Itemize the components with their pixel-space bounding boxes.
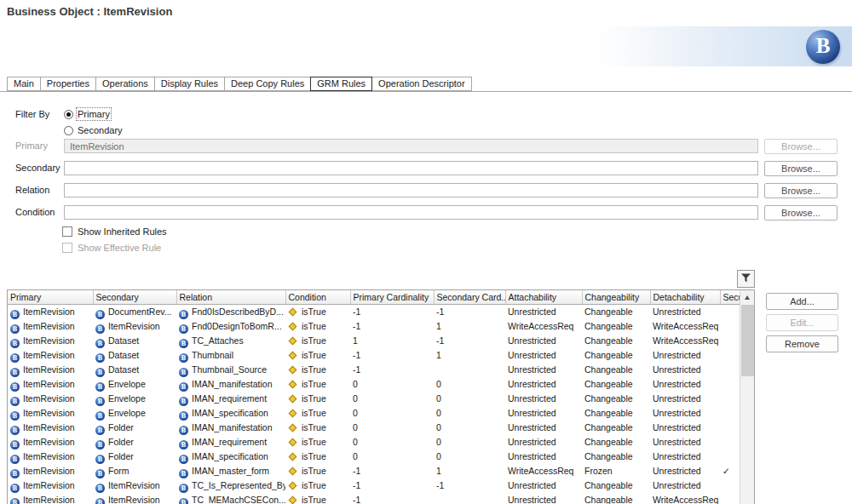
cell-detachability: Unrestricted bbox=[650, 450, 720, 464]
tab-main[interactable]: Main bbox=[7, 77, 41, 91]
cell-text: isTrue bbox=[302, 480, 326, 490]
cell-text: ItemRevision bbox=[108, 495, 160, 504]
cell-secondary-cardinality: 0 bbox=[434, 377, 505, 392]
table-row[interactable]: BItemRevisionBDatasetBThumbnail_Sourceis… bbox=[8, 363, 741, 377]
cell-relation: BFnd0IsDescribedByD... bbox=[176, 304, 285, 319]
column-header-condition[interactable]: Condition bbox=[285, 290, 350, 304]
scroll-up-arrow-icon[interactable] bbox=[740, 290, 754, 304]
table-row[interactable]: BItemRevisionBEnvelopeBIMAN_manifestatio… bbox=[8, 377, 741, 392]
column-header-secur[interactable]: Secur bbox=[720, 290, 741, 304]
cell-changeability: Frozen bbox=[582, 464, 650, 478]
relation-input[interactable] bbox=[64, 183, 758, 198]
cell-primary: BItemRevision bbox=[8, 363, 93, 377]
tab-display-rules[interactable]: Display Rules bbox=[154, 77, 225, 91]
column-header-changeability[interactable]: Changeability bbox=[582, 290, 650, 304]
filter-table-button[interactable] bbox=[737, 270, 755, 288]
column-header-attachability[interactable]: Attachability bbox=[505, 290, 582, 304]
table-row[interactable]: BItemRevisionBDatasetBTC_AttachesisTrue1… bbox=[8, 334, 741, 348]
cell-changeability: Changeable bbox=[582, 450, 650, 464]
relation-browse-button[interactable]: Browse... bbox=[764, 183, 838, 198]
condition-icon bbox=[289, 395, 297, 404]
cell-attachability: Unrestricted bbox=[505, 493, 582, 504]
table-row[interactable]: BItemRevisionBFolderBIMAN_requirementisT… bbox=[8, 435, 741, 450]
cell-secondary-cardinality bbox=[434, 363, 505, 377]
cell-relation: BIMAN_specification bbox=[176, 450, 285, 464]
cell-detachability: Unrestricted bbox=[650, 363, 720, 377]
column-header-secondary[interactable]: Secondary bbox=[93, 290, 176, 304]
tab-grm-rules[interactable]: GRM Rules bbox=[310, 77, 372, 91]
secondary-browse-button[interactable]: Browse... bbox=[764, 161, 838, 176]
table-row[interactable]: BItemRevisionBItemRevisionBTC_Is_Represe… bbox=[8, 478, 741, 493]
business-object-icon: B bbox=[95, 455, 105, 464]
condition-input[interactable] bbox=[64, 205, 758, 220]
cell-text: ItemRevision bbox=[23, 408, 75, 418]
column-header-relation[interactable]: Relation bbox=[176, 290, 285, 304]
business-object-icon: B bbox=[95, 353, 105, 363]
condition-icon bbox=[289, 453, 297, 461]
cell-text: Envelope bbox=[108, 379, 146, 389]
cell-text: Dataset bbox=[108, 335, 139, 346]
cell-secur bbox=[720, 348, 741, 363]
table-vertical-scrollbar[interactable] bbox=[740, 290, 754, 504]
table-row[interactable]: BItemRevisionBItemRevisionBTC_MEMachCSEC… bbox=[8, 493, 741, 504]
business-object-icon: B bbox=[95, 484, 105, 493]
tab-operations[interactable]: Operations bbox=[95, 77, 155, 91]
remove-button[interactable]: Remove bbox=[766, 335, 838, 352]
cell-condition: isTrue bbox=[285, 348, 350, 363]
cell-text: IMAN_master_form bbox=[192, 466, 269, 476]
column-header-primary-cardinality[interactable]: Primary Cardinality bbox=[350, 290, 434, 304]
business-object-icon: B bbox=[179, 353, 188, 363]
cell-secondary: BDataset bbox=[93, 334, 176, 348]
column-header-detachability[interactable]: Detachability bbox=[650, 290, 720, 304]
column-header-secondary-card[interactable]: Secondary Card... bbox=[434, 290, 505, 304]
cell-text: Thumbnail_Source bbox=[192, 364, 267, 375]
cell-detachability: Unrestricted bbox=[650, 392, 720, 406]
condition-icon bbox=[289, 424, 297, 432]
radio-option-primary[interactable]: Primary bbox=[64, 108, 110, 120]
table-row[interactable]: BItemRevisionBEnvelopeBIMAN_requirementi… bbox=[8, 392, 741, 406]
cell-text: isTrue bbox=[302, 393, 326, 404]
cell-changeability: Changeable bbox=[582, 334, 650, 348]
secondary-input[interactable] bbox=[64, 161, 758, 175]
cell-secondary-cardinality: 0 bbox=[434, 406, 505, 421]
cell-primary-cardinality: -1 bbox=[350, 348, 434, 363]
cell-relation: BTC_Attaches bbox=[176, 334, 285, 348]
cell-relation: BIMAN_master_form bbox=[176, 464, 285, 478]
add-button[interactable]: Add... bbox=[766, 293, 838, 310]
tab-properties[interactable]: Properties bbox=[40, 77, 96, 91]
table-row[interactable]: BItemRevisionBEnvelopeBIMAN_specificatio… bbox=[8, 406, 741, 421]
cell-secondary: BDataset bbox=[93, 348, 176, 363]
table-row[interactable]: BItemRevisionBDocumentRev...BFnd0IsDescr… bbox=[8, 304, 741, 319]
cell-primary-cardinality: -1 bbox=[350, 478, 434, 493]
table-row[interactable]: BItemRevisionBItemRevisionBFnd0DesignToB… bbox=[8, 319, 741, 334]
radio-option-secondary[interactable]: Secondary bbox=[64, 124, 123, 136]
cell-text: IMAN_specification bbox=[192, 451, 268, 461]
business-object-icon: B bbox=[10, 426, 20, 435]
cell-text: ItemRevision bbox=[23, 480, 75, 490]
table-row[interactable]: BItemRevisionBDatasetBThumbnailisTrue-11… bbox=[8, 348, 741, 363]
grm-rules-table: PrimarySecondaryRelationConditionPrimary… bbox=[7, 289, 755, 504]
business-object-icon: B bbox=[179, 368, 188, 377]
condition-browse-button[interactable]: Browse... bbox=[764, 205, 838, 220]
cell-text: ItemRevision bbox=[23, 379, 75, 389]
business-object-icon: B bbox=[10, 324, 20, 334]
cell-primary-cardinality: 0 bbox=[350, 392, 434, 406]
table-row[interactable]: BItemRevisionBFormBIMAN_master_formisTru… bbox=[8, 464, 741, 478]
tab-operation-descriptor[interactable]: Operation Descriptor bbox=[371, 77, 472, 91]
cell-secondary-cardinality: 1 bbox=[434, 348, 505, 363]
condition-icon bbox=[289, 410, 297, 418]
scrollbar-thumb[interactable] bbox=[741, 305, 754, 376]
tab-deep-copy-rules[interactable]: Deep Copy Rules bbox=[224, 77, 311, 91]
cell-secur bbox=[720, 304, 741, 319]
column-header-primary[interactable]: Primary bbox=[8, 290, 93, 304]
radio-circle-icon bbox=[64, 126, 73, 135]
condition-icon bbox=[289, 323, 297, 331]
checkbox-show-inherited-rules[interactable]: Show Inherited Rules bbox=[62, 226, 167, 238]
cell-text: TC_MEMachCSECon... bbox=[192, 495, 285, 504]
checkbox-icon bbox=[62, 226, 72, 237]
table-row[interactable]: BItemRevisionBFolderBIMAN_specificationi… bbox=[8, 450, 741, 464]
table-row[interactable]: BItemRevisionBFolderBIMAN_manifestationi… bbox=[8, 421, 741, 435]
cell-detachability: Unrestricted bbox=[650, 406, 720, 421]
cell-condition: isTrue bbox=[285, 478, 350, 493]
cell-attachability: Unrestricted bbox=[505, 435, 582, 450]
